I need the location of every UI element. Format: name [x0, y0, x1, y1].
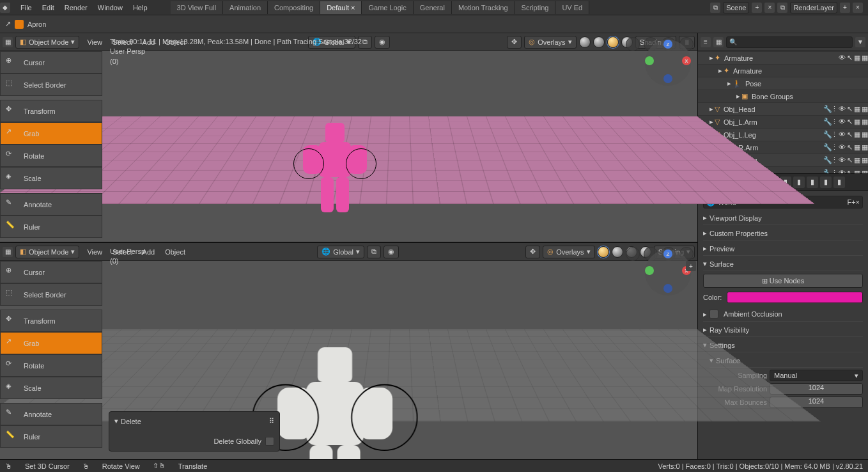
- cursor-icon[interactable]: ↖: [847, 54, 853, 62]
- wrench-icon[interactable]: 🔧: [823, 156, 830, 164]
- axis-neg-z[interactable]: [663, 284, 672, 293]
- viewport-body-top[interactable]: Time: 00:11.11 | Mem:13.28M, Peak:13.58M…: [0, 33, 697, 242]
- cursor-icon[interactable]: ↖: [847, 169, 853, 173]
- render-icon[interactable]: ▦: [854, 118, 860, 126]
- world-delete-icon[interactable]: ×: [856, 198, 860, 206]
- use-nodes-button[interactable]: ⊞ Use Nodes: [703, 274, 863, 288]
- panel-custom-props[interactable]: ▸Custom Properties: [703, 226, 863, 240]
- renderlayer-field[interactable]: RenderLayer: [790, 2, 837, 13]
- axis-x[interactable]: X: [682, 56, 691, 65]
- chevron-down-icon[interactable]: ▾: [114, 417, 118, 425]
- fake-user-icon[interactable]: F: [847, 198, 851, 206]
- layer-browse-icon[interactable]: ⧉: [777, 3, 787, 13]
- workspace-tab[interactable]: 3D View Full: [171, 1, 224, 14]
- blender-icon[interactable]: ◆: [0, 3, 10, 13]
- tab-particles[interactable]: ▮: [807, 177, 818, 188]
- panel-ao[interactable]: ▸Ambient Occlusion: [703, 307, 863, 322]
- wrench-icon[interactable]: 🔧: [823, 118, 830, 126]
- cursor-icon[interactable]: ↖: [847, 105, 853, 113]
- axis-y[interactable]: [645, 56, 654, 65]
- axis-gizmo[interactable]: Z X: [645, 40, 691, 86]
- cursor-icon[interactable]: ↖: [847, 118, 853, 126]
- eye-icon[interactable]: 👁: [839, 118, 846, 126]
- scene-add-icon[interactable]: +: [752, 3, 762, 13]
- tool-select-border[interactable]: ⬚Select Border: [0, 74, 102, 96]
- render-icon[interactable]: ▦: [854, 130, 860, 139]
- character-model[interactable]: [303, 116, 367, 212]
- scene-delete-icon[interactable]: ×: [764, 3, 775, 13]
- tool-cursor[interactable]: ⊕Cursor: [0, 261, 102, 283]
- workspace-tab[interactable]: Animation: [223, 1, 268, 14]
- menu-render[interactable]: Render: [59, 1, 93, 14]
- axis-y[interactable]: [645, 266, 654, 275]
- panel-preview[interactable]: ▸Preview: [703, 242, 863, 256]
- tool-transform[interactable]: ✥Transform: [0, 310, 102, 332]
- workspace-tab[interactable]: General: [414, 1, 452, 14]
- eye-icon[interactable]: 👁: [839, 143, 846, 152]
- workspace-tab[interactable]: Game Logic: [362, 1, 413, 14]
- display-mode-icon[interactable]: ▦: [713, 37, 724, 47]
- axis-gizmo[interactable]: Z X: [645, 249, 691, 295]
- viewport-body-bottom[interactable]: User Persp (0) Z X +: [0, 243, 697, 459]
- panel-viewport-display[interactable]: ▸Viewport Display: [703, 211, 863, 225]
- render-icon[interactable]: ▦: [854, 54, 860, 62]
- apron-toggle[interactable]: [15, 20, 24, 29]
- tool-scale[interactable]: ◈Scale: [0, 167, 102, 189]
- tab-physics[interactable]: ▮: [820, 177, 832, 188]
- panel-grip-icon[interactable]: ⠿: [269, 417, 274, 425]
- workspace-tab[interactable]: Motion Tracking: [452, 1, 515, 14]
- menu-edit[interactable]: Edit: [37, 1, 59, 14]
- workspace-tab[interactable]: Compositing: [268, 1, 320, 14]
- scene-browse-icon[interactable]: ⧉: [710, 3, 720, 13]
- panel-ray-visibility[interactable]: ▸Ray Visibility: [703, 323, 863, 337]
- outliner-type-icon[interactable]: ≡: [701, 37, 711, 47]
- axis-z[interactable]: Z: [663, 249, 672, 258]
- tool-transform[interactable]: ✥Transform: [0, 100, 102, 122]
- wrench-icon[interactable]: 🔧: [823, 105, 830, 113]
- tool-cursor[interactable]: ⊕Cursor: [0, 51, 102, 74]
- eye-icon[interactable]: 👁: [839, 130, 846, 139]
- wrench-icon[interactable]: 🔧: [823, 169, 830, 173]
- ao-checkbox[interactable]: [709, 310, 718, 319]
- eye-icon[interactable]: 👁: [839, 156, 846, 164]
- tool-ruler[interactable]: 📏Ruler: [0, 425, 102, 448]
- character-model[interactable]: [277, 336, 392, 472]
- nav-zoom-icon[interactable]: [626, 37, 640, 51]
- render-icon[interactable]: ▦: [854, 143, 860, 152]
- eye-icon[interactable]: 👁: [839, 105, 846, 113]
- outliner-search[interactable]: [726, 36, 853, 48]
- map-resolution-field[interactable]: 1024: [770, 383, 863, 395]
- outliner-item[interactable]: ▸🚶Pose: [698, 77, 868, 90]
- panel-surface[interactable]: ▾Surface: [703, 257, 863, 271]
- tool-select-border[interactable]: ⬚Select Border: [0, 283, 102, 306]
- tool-grab[interactable]: ↗Grab: [0, 332, 102, 354]
- outliner-item[interactable]: ▸▣Bone Groups: [698, 90, 868, 102]
- viewport-top[interactable]: ▦ ◧ Object Mode ▾ View Select Add Object…: [0, 33, 697, 242]
- outliner-item[interactable]: ▸▽Obj_Head🔧⋮👁↖▦▦: [698, 102, 868, 115]
- cursor-icon[interactable]: ↖: [847, 156, 853, 164]
- menu-help[interactable]: Help: [128, 1, 153, 14]
- expand-icon[interactable]: +: [686, 261, 696, 271]
- scene-field[interactable]: Scene: [723, 2, 749, 13]
- cursor-icon[interactable]: ↖: [847, 143, 853, 152]
- workspace-tab[interactable]: Default ×: [320, 1, 362, 14]
- viewport-bottom[interactable]: ▦ ◧ Object Mode ▾ View Select Add Object…: [0, 242, 697, 459]
- delete-globally-checkbox[interactable]: [265, 437, 274, 446]
- render-icon[interactable]: ▦: [854, 105, 860, 113]
- sampling-dropdown[interactable]: Manual▾: [770, 370, 863, 381]
- filter-icon[interactable]: ▼: [855, 37, 865, 47]
- wrench-icon[interactable]: 🔧: [823, 143, 830, 152]
- layer-delete-icon[interactable]: ×: [853, 3, 863, 13]
- tool-rotate[interactable]: ⟳Rotate: [0, 354, 102, 377]
- outliner-item[interactable]: ▸✦Armature: [698, 64, 868, 77]
- render-icon[interactable]: ▦: [854, 156, 860, 164]
- outliner-item[interactable]: ▸▽Obj_L.Arm🔧⋮👁↖▦▦: [698, 115, 868, 128]
- tab-modifiers[interactable]: ▮: [793, 177, 805, 188]
- world-color-swatch[interactable]: [727, 292, 863, 303]
- render-icon[interactable]: ▦: [854, 169, 860, 173]
- tool-grab[interactable]: ↗Grab: [0, 122, 102, 145]
- layer-add-icon[interactable]: +: [840, 3, 850, 13]
- operator-panel-delete[interactable]: ▾ Delete ⠿ Delete Globally: [109, 411, 280, 452]
- menu-window[interactable]: Window: [93, 1, 128, 14]
- wrench-icon[interactable]: 🔧: [823, 130, 830, 139]
